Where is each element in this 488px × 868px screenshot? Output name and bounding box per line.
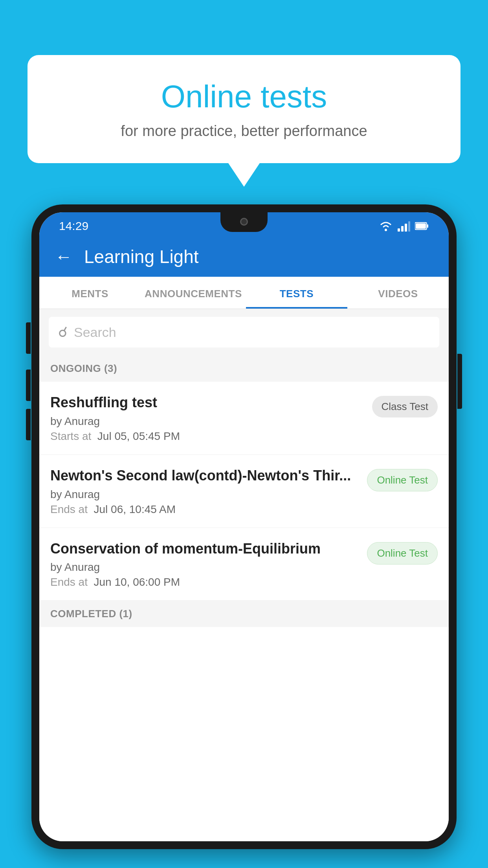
status-time: 14:29: [59, 219, 88, 233]
svg-rect-2: [401, 226, 404, 232]
tab-tests[interactable]: TESTS: [246, 277, 347, 309]
tab-videos[interactable]: VIDEOS: [347, 277, 449, 309]
test-author-3: by Anurag: [50, 561, 359, 574]
svg-point-0: [385, 229, 387, 231]
test-badge-2: Online Test: [367, 469, 438, 491]
test-item-2[interactable]: Newton's Second law(contd)-Newton's Thir…: [39, 455, 449, 528]
speech-bubble: Online tests for more practice, better p…: [28, 55, 460, 163]
phone-container: 14:29: [31, 204, 457, 868]
bubble-subtitle: for more practice, better performance: [59, 123, 429, 140]
test-item-3[interactable]: Conservation of momentum-Equilibrium by …: [39, 528, 449, 601]
test-time-value-2: Jul 06, 10:45 AM: [94, 503, 176, 515]
phone-notch: [220, 212, 268, 232]
completed-section-header: COMPLETED (1): [39, 601, 449, 627]
test-time-1: Starts at Jul 05, 05:45 PM: [50, 430, 364, 443]
test-badge-1: Class Test: [372, 396, 438, 417]
svg-rect-1: [398, 228, 400, 232]
status-icons: [379, 221, 429, 232]
wifi-icon: [379, 221, 393, 232]
bubble-arrow: [228, 163, 260, 187]
signal-icon: [398, 221, 410, 232]
test-title-2: Newton's Second law(contd)-Newton's Thir…: [50, 467, 359, 485]
tab-bar: MENTS ANNOUNCEMENTS TESTS VIDEOS: [39, 277, 449, 309]
app-bar-title: Learning Light: [84, 246, 199, 267]
tab-ments[interactable]: MENTS: [39, 277, 141, 309]
test-item-1[interactable]: Reshuffling test by Anurag Starts at Jul…: [39, 382, 449, 455]
test-time-3: Ends at Jun 10, 06:00 PM: [50, 576, 359, 588]
test-title-1: Reshuffling test: [50, 394, 364, 412]
bubble-title: Online tests: [59, 79, 429, 115]
test-author-2: by Anurag: [50, 488, 359, 501]
test-time-label-2: Ends at: [50, 503, 88, 515]
test-time-label-1: Starts at: [50, 430, 91, 442]
test-info-1: Reshuffling test by Anurag Starts at Jul…: [50, 394, 372, 443]
test-author-1: by Anurag: [50, 415, 364, 428]
speech-bubble-container: Online tests for more practice, better p…: [28, 55, 460, 187]
test-info-3: Conservation of momentum-Equilibrium by …: [50, 540, 367, 589]
test-time-value-1: Jul 05, 05:45 PM: [97, 430, 180, 442]
search-placeholder: Search: [74, 325, 116, 340]
search-bar[interactable]: ☌ Search: [49, 317, 439, 348]
test-time-2: Ends at Jul 06, 10:45 AM: [50, 503, 359, 516]
test-badge-3: Online Test: [367, 542, 438, 565]
test-time-label-3: Ends at: [50, 576, 88, 588]
svg-rect-4: [408, 221, 410, 232]
phone-screen: 14:29: [39, 212, 449, 841]
front-camera: [240, 218, 248, 226]
search-icon: ☌: [58, 324, 68, 340]
test-info-2: Newton's Second law(contd)-Newton's Thir…: [50, 467, 367, 516]
svg-rect-7: [416, 223, 426, 229]
test-list: Reshuffling test by Anurag Starts at Jul…: [39, 382, 449, 841]
test-time-value-3: Jun 10, 06:00 PM: [94, 576, 180, 588]
battery-icon: [415, 222, 429, 230]
phone-outer: 14:29: [31, 204, 457, 849]
back-button[interactable]: ←: [55, 248, 72, 265]
test-title-3: Conservation of momentum-Equilibrium: [50, 540, 359, 558]
svg-rect-3: [405, 224, 407, 232]
ongoing-section-header: ONGOING (3): [39, 355, 449, 382]
tab-announcements[interactable]: ANNOUNCEMENTS: [141, 277, 246, 309]
svg-rect-6: [427, 224, 428, 228]
search-container: ☌ Search: [39, 309, 449, 355]
app-bar: ← Learning Light: [39, 237, 449, 277]
